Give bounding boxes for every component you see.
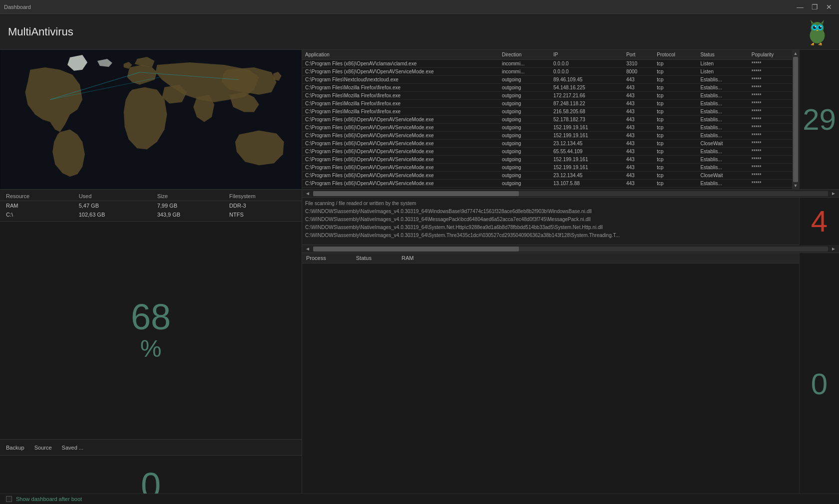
counter-4-section: 4 [799, 198, 839, 245]
file-scanning-header: File scanning / file readed or written b… [305, 200, 796, 208]
file-scan-line: C:\WINDOWS\assembly\NativeImages_v4.0.30… [305, 232, 796, 240]
th-direction: Direction [499, 50, 550, 60]
minimize-button[interactable]: — [794, 1, 807, 12]
conn-status: Establis... [697, 100, 748, 108]
conn-app: C:\Program Files\Mozilla Firefox\firefox… [302, 84, 499, 92]
show-dashboard-checkbox[interactable] [6, 496, 12, 502]
conn-port: 443 [623, 180, 654, 188]
resource-used: 5,47 GB [73, 201, 151, 211]
resource-row: C:\ 102,63 GB 343,9 GB NTFS [0, 210, 302, 219]
th-status: Status [697, 50, 748, 60]
conn-ip: 216.58.205.68 [550, 108, 623, 116]
scroll-left-arrow[interactable]: ◄ [304, 191, 311, 196]
resource-table-section: Resource Used Size Filesystem RAM 5,47 G… [0, 190, 302, 222]
conn-popularity: ***** [749, 188, 799, 190]
vertical-scrollbar[interactable]: ▲ ▼ [792, 50, 799, 189]
th-status: Status [356, 255, 372, 261]
left-panel: Resource Used Size Filesystem RAM 5,47 G… [0, 50, 302, 504]
conn-popularity: ***** [749, 108, 799, 116]
conn-ip: 87.248.118.22 [550, 100, 623, 108]
left-lower: 68 % Backup Source Saved ... 0 [0, 222, 302, 504]
conn-status: Establis... [697, 116, 748, 124]
counter-29-section: 29 [799, 50, 839, 189]
connection-row: C:\Program Files (x86)\OpenAV\clamav\cla… [302, 60, 799, 68]
conn-app: C:\Program Files (x86)\OpenAV\clamav\cla… [302, 60, 499, 68]
conn-protocol: tcp [654, 164, 697, 172]
process-wrapper: Process Status RAM [302, 253, 799, 504]
conn-ip: 152.199.19.161 [550, 156, 623, 164]
scroll-left-arrow-files[interactable]: ◄ [304, 246, 311, 252]
connection-row: C:\Program Files (x86)\OpenAV\OpenAVServ… [302, 140, 799, 148]
conn-protocol: tcp [654, 108, 697, 116]
svg-marker-2 [811, 20, 814, 24]
scroll-thumb-vertical[interactable] [793, 57, 798, 182]
conn-protocol: tcp [654, 172, 697, 180]
source-label: Source [34, 445, 52, 451]
conn-status: Establis... [697, 156, 748, 164]
conn-app: C:\Program Files (x86)\OpenAV\OpenAVServ… [302, 164, 499, 172]
scroll-down-arrow[interactable]: ▼ [794, 183, 798, 188]
counter-4: 4 [811, 204, 828, 239]
scroll-right-arrow-files[interactable]: ► [830, 246, 837, 252]
connection-row: C:\Program Files\Mozilla Firefox\firefox… [302, 108, 799, 116]
conn-protocol: tcp [654, 124, 697, 132]
scroll-right-arrow[interactable]: ► [830, 191, 837, 196]
conn-popularity: ***** [749, 172, 799, 180]
app-title: MultiAntivirus [8, 25, 73, 38]
conn-ip: 172.217.21.66 [550, 92, 623, 100]
conn-direction: outgoing [499, 84, 550, 92]
horizontal-scrollbar-connections[interactable]: ◄ ► [302, 190, 839, 198]
conn-app: C:\Program Files (x86)\OpenAV\OpenAVServ… [302, 180, 499, 188]
footer: Show dashboard after boot [0, 494, 839, 504]
conn-status: Establis... [697, 108, 748, 116]
resource-row: RAM 5,47 GB 7,99 GB DDR-3 [0, 201, 302, 211]
svg-point-9 [820, 26, 821, 27]
conn-popularity: ***** [749, 84, 799, 92]
process-table-header: Process Status RAM [302, 253, 799, 263]
conn-ip: 52.178.182.73 [550, 116, 623, 124]
show-dashboard-label: Show dashboard after boot [16, 496, 82, 502]
conn-app: C:\Program Files (x86)\OpenAV\OpenAVServ… [302, 124, 499, 132]
conn-ip: 89.46.109.45 [550, 76, 623, 84]
conn-status: CloseWait [697, 188, 748, 190]
th-ram: RAM [402, 255, 414, 261]
horizontal-scrollbar-files[interactable]: ◄ ► [302, 245, 839, 253]
conn-app: C:\Program Files (x86)\OpenAV\OpenAVServ… [302, 116, 499, 124]
right-counter-zero: 0 [811, 367, 828, 401]
conn-status: Establis... [697, 132, 748, 140]
scroll-thumb-connections[interactable] [313, 191, 519, 196]
conn-port: 443 [623, 100, 654, 108]
conn-protocol: tcp [654, 180, 697, 188]
conn-popularity: ***** [749, 116, 799, 124]
conn-port: 443 [623, 156, 654, 164]
conn-ip: 65.55.44.109 [550, 148, 623, 156]
cpu-percentage: 68 [131, 299, 171, 335]
scroll-track-connections[interactable] [313, 191, 828, 196]
titlebar: Dashboard — ❐ ✕ [0, 0, 839, 14]
conn-port: 443 [623, 116, 654, 124]
conn-port: 443 [623, 188, 654, 190]
conn-status: Establis... [697, 84, 748, 92]
conn-direction: outgoing [499, 140, 550, 148]
scroll-thumb-files[interactable] [313, 247, 519, 252]
scroll-up-arrow[interactable]: ▲ [794, 51, 798, 56]
process-area: Process Status RAM [302, 253, 799, 263]
conn-port: 8000 [623, 68, 654, 76]
conn-port: 443 [623, 92, 654, 100]
conn-protocol: tcp [654, 156, 697, 164]
conn-app: C:\Program Files (x86)\OpenAV\OpenAVServ… [302, 188, 499, 190]
conn-port: 443 [623, 164, 654, 172]
conn-protocol: tcp [654, 68, 697, 76]
conn-status: Establis... [697, 148, 748, 156]
conn-protocol: tcp [654, 132, 697, 140]
maximize-button[interactable]: ❐ [809, 1, 821, 12]
th-process: Process [306, 255, 326, 261]
scroll-track-files[interactable] [313, 247, 828, 252]
connection-row: C:\Program Files (x86)\OpenAV\OpenAVServ… [302, 68, 799, 76]
resource-name: RAM [0, 201, 73, 211]
close-button[interactable]: ✕ [823, 1, 835, 12]
conn-app: C:\Program Files (x86)\OpenAV\OpenAVServ… [302, 156, 499, 164]
conn-app: C:\Program Files (x86)\OpenAV\OpenAVServ… [302, 140, 499, 148]
conn-direction: outgoing [499, 100, 550, 108]
conn-status: Establis... [697, 76, 748, 84]
